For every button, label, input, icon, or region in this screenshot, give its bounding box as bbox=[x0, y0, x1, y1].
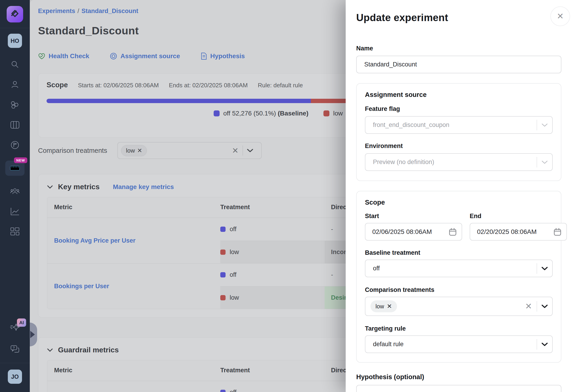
calendar-icon[interactable] bbox=[554, 228, 561, 236]
ai-badge: AI bbox=[17, 319, 26, 327]
clear-icon[interactable]: ✕ bbox=[228, 146, 243, 155]
panel-title: Update experiment bbox=[356, 12, 561, 23]
hypothesis-link[interactable]: Hypothesis bbox=[200, 53, 245, 60]
metrics-chart-icon[interactable] bbox=[10, 207, 19, 216]
key-metrics-title: Key metrics bbox=[58, 182, 100, 191]
breadcrumb-experiments[interactable]: Experiments bbox=[38, 8, 75, 14]
chevron-down-icon bbox=[537, 160, 552, 164]
treatment-swatch-low bbox=[220, 250, 226, 255]
update-experiment-panel: ✕ Update experiment Name Standard_Discou… bbox=[346, 0, 571, 392]
start-label: Start bbox=[365, 213, 462, 220]
metric-link[interactable]: Bookings per User bbox=[54, 283, 109, 290]
targeting-rule-select[interactable]: default rule bbox=[365, 336, 553, 353]
chevron-right-icon bbox=[30, 331, 35, 338]
column-header-treatment: Treatment bbox=[220, 204, 325, 211]
sidebar-item-experiments-active[interactable]: NEW bbox=[5, 161, 25, 176]
chevron-down-icon[interactable] bbox=[243, 148, 257, 153]
metric-link[interactable]: Booking Avg Price per User bbox=[54, 237, 135, 244]
hypothesis-label: Hypothesis (optional) bbox=[356, 373, 561, 381]
collapse-chevron-icon[interactable] bbox=[47, 185, 53, 189]
targeting-rule-label: Targeting rule bbox=[365, 325, 553, 332]
baseline-treatment-select[interactable]: off bbox=[365, 260, 553, 277]
clear-icon[interactable]: ✕ bbox=[521, 302, 537, 311]
heart-check-icon bbox=[38, 53, 45, 60]
workspace-avatar[interactable]: HO bbox=[8, 34, 22, 48]
column-header-treatment: Treatment bbox=[220, 367, 325, 374]
baseline-treatment-label: Baseline treatment bbox=[365, 249, 553, 256]
statsig-logo-icon[interactable] bbox=[7, 6, 23, 22]
ai-assistant-icon[interactable]: AI bbox=[10, 322, 20, 333]
scope-title: Scope bbox=[46, 81, 68, 89]
assignment-source-card: Assignment source Feature flag front_end… bbox=[356, 83, 561, 181]
health-check-link[interactable]: Health Check bbox=[38, 53, 89, 60]
treatment-swatch-off bbox=[220, 272, 226, 278]
end-label: End bbox=[470, 213, 567, 220]
chip-remove-icon[interactable]: ✕ bbox=[387, 303, 392, 310]
manage-key-metrics-link[interactable]: Manage key metrics bbox=[113, 183, 174, 191]
svg-text:?: ? bbox=[13, 346, 15, 350]
dashboards-icon[interactable] bbox=[10, 227, 19, 236]
treatment-chip-low[interactable]: low✕ bbox=[121, 145, 147, 156]
ruler-icon bbox=[10, 165, 20, 171]
name-label: Name bbox=[356, 45, 561, 52]
scope-rule: Rule: default rule bbox=[258, 82, 303, 89]
comparison-treatments-label: Comparison treatments bbox=[365, 286, 553, 294]
scope-ends-at: Ends at: 02/20/2025 08:06AM bbox=[169, 82, 248, 89]
help-chat-icon[interactable]: ? bbox=[10, 345, 19, 354]
legend-swatch-off bbox=[214, 111, 220, 116]
chip-remove-icon[interactable]: ✕ bbox=[137, 147, 142, 154]
breadcrumb-current[interactable]: Standard_Discount bbox=[82, 8, 139, 14]
calendar-icon[interactable] bbox=[449, 228, 457, 236]
chevron-down-icon bbox=[537, 123, 552, 127]
chevron-down-icon[interactable] bbox=[537, 342, 552, 346]
assignment-source-title: Assignment source bbox=[365, 91, 553, 98]
new-badge: NEW bbox=[14, 157, 27, 163]
scope-title: Scope bbox=[365, 199, 553, 206]
audiences-people-icon[interactable] bbox=[10, 187, 19, 196]
scope-card: Scope Start End 02/06/2025 08:06AM 02/20… bbox=[356, 191, 561, 363]
chevron-down-icon[interactable] bbox=[537, 266, 552, 271]
treatment-swatch-low bbox=[220, 295, 226, 300]
search-icon[interactable] bbox=[10, 60, 19, 69]
name-input[interactable]: Standard_Discount bbox=[356, 56, 561, 73]
treatment-swatch-off bbox=[220, 390, 226, 392]
column-header-metric: Metric bbox=[47, 204, 220, 211]
close-button[interactable]: ✕ bbox=[550, 6, 570, 26]
release-flag-icon[interactable] bbox=[10, 140, 19, 150]
hypothesis-textarea[interactable] bbox=[356, 385, 561, 392]
legend-swatch-low bbox=[323, 111, 329, 116]
layers-columns-icon[interactable] bbox=[10, 120, 19, 129]
allocation-segment-off bbox=[46, 99, 311, 103]
environment-select: Preview (no definition) bbox=[365, 153, 553, 171]
feature-flag-select: front_end_discount_coupon bbox=[365, 116, 553, 134]
comparison-treatments-label: Comparison treatments bbox=[38, 147, 107, 154]
treatment-chip-low[interactable]: low✕ bbox=[371, 300, 397, 312]
treatment-swatch-off bbox=[220, 227, 226, 232]
sidebar-expander-handle[interactable] bbox=[30, 322, 37, 346]
scope-starts-at: Starts at: 02/06/2025 08:06AM bbox=[78, 82, 159, 89]
column-header-metric: Metric bbox=[47, 367, 220, 374]
segments-hexagons-icon[interactable] bbox=[10, 100, 19, 109]
chevron-down-icon[interactable] bbox=[537, 304, 552, 308]
collapse-chevron-icon[interactable] bbox=[47, 348, 53, 352]
comparison-treatments-select[interactable]: low✕ ✕ bbox=[365, 297, 553, 316]
end-date-input[interactable]: 02/20/2025 08:06AM bbox=[470, 223, 567, 240]
guardrail-metrics-title: Guardrail metrics bbox=[58, 346, 119, 354]
document-icon bbox=[200, 53, 207, 60]
start-date-input[interactable]: 02/06/2025 08:06AM bbox=[365, 223, 462, 240]
environment-label: Environment bbox=[365, 142, 553, 150]
user-avatar[interactable]: JO bbox=[8, 370, 22, 384]
sidebar: HO NEW AI bbox=[0, 0, 30, 392]
allocation-legend: off 52,276 (50.1%) (Baseline) low bbox=[214, 110, 343, 117]
comparison-treatments-select[interactable]: low✕ ✕ bbox=[117, 142, 262, 159]
assignment-source-link[interactable]: Assignment source bbox=[110, 53, 180, 60]
user-icon[interactable] bbox=[10, 80, 19, 89]
target-icon bbox=[110, 53, 117, 60]
feature-flag-label: Feature flag bbox=[365, 105, 553, 112]
divider bbox=[0, 28, 30, 28]
